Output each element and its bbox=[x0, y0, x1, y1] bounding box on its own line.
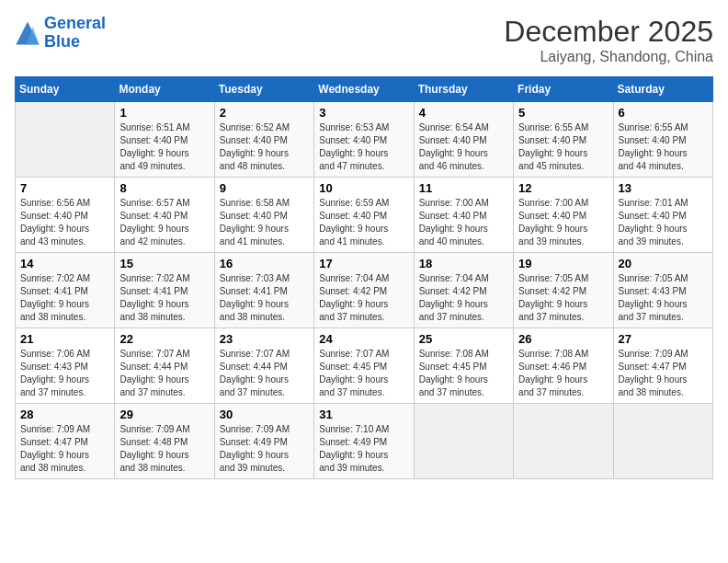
calendar-cell: 19Sunrise: 7:05 AM Sunset: 4:42 PM Dayli… bbox=[514, 253, 613, 328]
day-number: 27 bbox=[619, 332, 708, 346]
day-info: Sunrise: 6:55 AM Sunset: 4:40 PM Dayligh… bbox=[619, 121, 708, 173]
day-number: 21 bbox=[20, 332, 109, 346]
day-info: Sunrise: 7:02 AM Sunset: 4:41 PM Dayligh… bbox=[20, 272, 109, 324]
calendar-cell bbox=[613, 404, 712, 479]
calendar-week-2: 7Sunrise: 6:56 AM Sunset: 4:40 PM Daylig… bbox=[16, 178, 713, 253]
day-info: Sunrise: 7:00 AM Sunset: 4:40 PM Dayligh… bbox=[518, 197, 608, 248]
calendar-cell: 15Sunrise: 7:02 AM Sunset: 4:41 PM Dayli… bbox=[115, 253, 214, 328]
calendar-cell bbox=[414, 404, 513, 479]
day-number: 20 bbox=[619, 257, 708, 270]
day-number: 7 bbox=[20, 181, 109, 195]
column-header-saturday: Saturday bbox=[613, 77, 712, 102]
calendar-cell bbox=[514, 404, 613, 479]
column-header-thursday: Thursday bbox=[414, 77, 513, 102]
day-number: 31 bbox=[319, 408, 408, 421]
day-info: Sunrise: 7:09 AM Sunset: 4:49 PM Dayligh… bbox=[220, 423, 309, 475]
day-info: Sunrise: 7:09 AM Sunset: 4:47 PM Dayligh… bbox=[619, 348, 708, 399]
day-number: 24 bbox=[319, 332, 408, 346]
column-header-sunday: Sunday bbox=[16, 77, 115, 102]
calendar-week-3: 14Sunrise: 7:02 AM Sunset: 4:41 PM Dayli… bbox=[16, 253, 713, 328]
day-info: Sunrise: 7:05 AM Sunset: 4:42 PM Dayligh… bbox=[518, 272, 608, 324]
month-title: December 2025 bbox=[504, 15, 713, 49]
day-info: Sunrise: 7:09 AM Sunset: 4:47 PM Dayligh… bbox=[20, 423, 109, 475]
day-info: Sunrise: 7:07 AM Sunset: 4:44 PM Dayligh… bbox=[220, 348, 309, 399]
calendar-cell: 6Sunrise: 6:55 AM Sunset: 4:40 PM Daylig… bbox=[613, 102, 712, 178]
calendar-cell: 2Sunrise: 6:52 AM Sunset: 4:40 PM Daylig… bbox=[214, 102, 313, 178]
day-info: Sunrise: 7:06 AM Sunset: 4:43 PM Dayligh… bbox=[20, 348, 109, 399]
day-info: Sunrise: 7:08 AM Sunset: 4:45 PM Dayligh… bbox=[419, 348, 508, 399]
calendar-cell: 13Sunrise: 7:01 AM Sunset: 4:40 PM Dayli… bbox=[613, 178, 712, 253]
column-header-friday: Friday bbox=[514, 77, 613, 102]
day-info: Sunrise: 6:52 AM Sunset: 4:40 PM Dayligh… bbox=[220, 121, 309, 173]
day-info: Sunrise: 7:02 AM Sunset: 4:41 PM Dayligh… bbox=[119, 272, 209, 324]
day-number: 25 bbox=[419, 332, 508, 346]
day-info: Sunrise: 7:10 AM Sunset: 4:49 PM Dayligh… bbox=[319, 423, 408, 475]
day-info: Sunrise: 6:53 AM Sunset: 4:40 PM Dayligh… bbox=[319, 121, 408, 173]
calendar-cell: 23Sunrise: 7:07 AM Sunset: 4:44 PM Dayli… bbox=[214, 328, 313, 404]
day-info: Sunrise: 7:05 AM Sunset: 4:43 PM Dayligh… bbox=[619, 272, 708, 324]
day-number: 28 bbox=[20, 408, 109, 421]
calendar-cell: 25Sunrise: 7:08 AM Sunset: 4:45 PM Dayli… bbox=[414, 328, 513, 404]
day-number: 22 bbox=[119, 332, 209, 346]
day-number: 15 bbox=[119, 257, 209, 270]
day-info: Sunrise: 7:04 AM Sunset: 4:42 PM Dayligh… bbox=[319, 272, 408, 324]
day-number: 14 bbox=[20, 257, 109, 270]
calendar-cell: 31Sunrise: 7:10 AM Sunset: 4:49 PM Dayli… bbox=[314, 404, 414, 479]
day-number: 12 bbox=[518, 181, 608, 195]
calendar-cell: 9Sunrise: 6:58 AM Sunset: 4:40 PM Daylig… bbox=[214, 178, 313, 253]
calendar-cell: 5Sunrise: 6:55 AM Sunset: 4:40 PM Daylig… bbox=[514, 102, 613, 178]
calendar-cell: 29Sunrise: 7:09 AM Sunset: 4:48 PM Dayli… bbox=[115, 404, 214, 479]
day-info: Sunrise: 6:58 AM Sunset: 4:40 PM Dayligh… bbox=[220, 197, 309, 248]
calendar-cell: 27Sunrise: 7:09 AM Sunset: 4:47 PM Dayli… bbox=[613, 328, 712, 404]
calendar-cell: 18Sunrise: 7:04 AM Sunset: 4:42 PM Dayli… bbox=[414, 253, 513, 328]
day-number: 17 bbox=[319, 257, 408, 270]
calendar-week-1: 1Sunrise: 6:51 AM Sunset: 4:40 PM Daylig… bbox=[16, 102, 713, 178]
day-number: 9 bbox=[220, 181, 309, 195]
day-number: 11 bbox=[419, 181, 508, 195]
day-info: Sunrise: 6:51 AM Sunset: 4:40 PM Dayligh… bbox=[119, 121, 209, 173]
day-info: Sunrise: 7:01 AM Sunset: 4:40 PM Dayligh… bbox=[619, 197, 708, 248]
day-number: 26 bbox=[518, 332, 608, 346]
day-info: Sunrise: 7:07 AM Sunset: 4:45 PM Dayligh… bbox=[319, 348, 408, 399]
day-number: 18 bbox=[419, 257, 508, 270]
day-info: Sunrise: 6:54 AM Sunset: 4:40 PM Dayligh… bbox=[419, 121, 508, 173]
calendar-cell: 4Sunrise: 6:54 AM Sunset: 4:40 PM Daylig… bbox=[414, 102, 513, 178]
calendar-cell: 11Sunrise: 7:00 AM Sunset: 4:40 PM Dayli… bbox=[414, 178, 513, 253]
day-number: 29 bbox=[119, 408, 209, 421]
day-number: 16 bbox=[220, 257, 309, 270]
calendar-cell: 16Sunrise: 7:03 AM Sunset: 4:41 PM Dayli… bbox=[214, 253, 313, 328]
calendar-cell: 12Sunrise: 7:00 AM Sunset: 4:40 PM Dayli… bbox=[514, 178, 613, 253]
calendar-cell: 7Sunrise: 6:56 AM Sunset: 4:40 PM Daylig… bbox=[16, 178, 115, 253]
day-info: Sunrise: 7:07 AM Sunset: 4:44 PM Dayligh… bbox=[119, 348, 209, 399]
day-number: 10 bbox=[319, 181, 408, 195]
day-info: Sunrise: 6:59 AM Sunset: 4:40 PM Dayligh… bbox=[319, 197, 408, 248]
day-info: Sunrise: 7:08 AM Sunset: 4:46 PM Dayligh… bbox=[518, 348, 608, 399]
day-number: 1 bbox=[119, 106, 209, 120]
calendar-table: SundayMondayTuesdayWednesdayThursdayFrid… bbox=[15, 76, 713, 479]
column-header-tuesday: Tuesday bbox=[214, 77, 313, 102]
day-number: 19 bbox=[518, 257, 608, 270]
calendar-cell bbox=[16, 102, 115, 178]
day-number: 30 bbox=[220, 408, 309, 421]
calendar-cell: 26Sunrise: 7:08 AM Sunset: 4:46 PM Dayli… bbox=[514, 328, 613, 404]
calendar-cell: 1Sunrise: 6:51 AM Sunset: 4:40 PM Daylig… bbox=[115, 102, 214, 178]
calendar-cell: 22Sunrise: 7:07 AM Sunset: 4:44 PM Dayli… bbox=[115, 328, 214, 404]
calendar-cell: 17Sunrise: 7:04 AM Sunset: 4:42 PM Dayli… bbox=[314, 253, 414, 328]
day-number: 8 bbox=[119, 181, 209, 195]
title-block: December 2025 Laiyang, Shandong, China bbox=[504, 15, 713, 65]
day-number: 3 bbox=[319, 106, 408, 120]
day-info: Sunrise: 7:09 AM Sunset: 4:48 PM Dayligh… bbox=[119, 423, 209, 475]
calendar-header-row: SundayMondayTuesdayWednesdayThursdayFrid… bbox=[16, 77, 713, 102]
day-number: 23 bbox=[220, 332, 309, 346]
day-info: Sunrise: 6:55 AM Sunset: 4:40 PM Dayligh… bbox=[518, 121, 608, 173]
calendar-cell: 30Sunrise: 7:09 AM Sunset: 4:49 PM Dayli… bbox=[214, 404, 313, 479]
calendar-cell: 10Sunrise: 6:59 AM Sunset: 4:40 PM Dayli… bbox=[314, 178, 414, 253]
calendar-cell: 24Sunrise: 7:07 AM Sunset: 4:45 PM Dayli… bbox=[314, 328, 414, 404]
logo-icon bbox=[15, 20, 40, 46]
column-header-wednesday: Wednesday bbox=[314, 77, 414, 102]
day-info: Sunrise: 6:57 AM Sunset: 4:40 PM Dayligh… bbox=[119, 197, 209, 248]
logo: General Blue bbox=[15, 15, 106, 52]
day-number: 5 bbox=[518, 106, 608, 120]
day-number: 2 bbox=[220, 106, 309, 120]
calendar-cell: 28Sunrise: 7:09 AM Sunset: 4:47 PM Dayli… bbox=[16, 404, 115, 479]
